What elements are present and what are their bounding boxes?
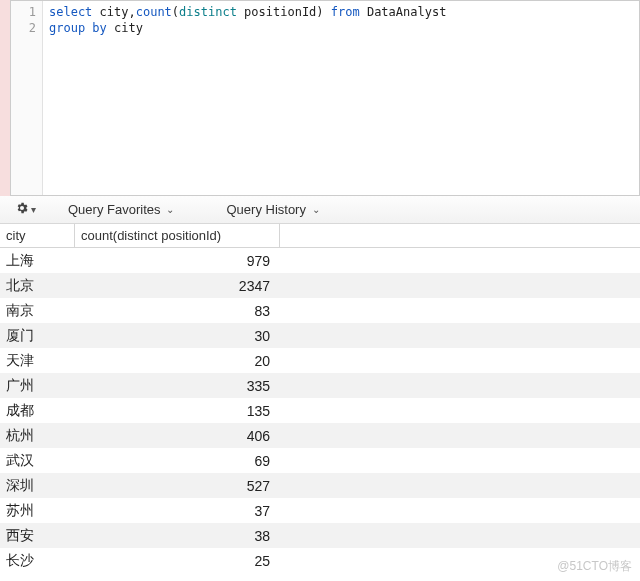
sql-editor[interactable]: 1 2 select city,count(distinct positionI… [10,0,640,196]
cell-count: 406 [75,428,280,444]
chevron-down-icon: ⌄ [312,204,320,215]
line-number-gutter: 1 2 [11,1,43,195]
code-token: city [114,21,143,35]
cell-count: 335 [75,378,280,394]
cell-city: 苏州 [0,502,75,520]
cell-count: 83 [75,303,280,319]
code-token: count [136,5,172,19]
table-row[interactable]: 厦门30 [0,323,640,348]
cell-city: 天津 [0,352,75,370]
query-favorites-label: Query Favorites [68,202,160,217]
cell-city: 厦门 [0,327,75,345]
cell-city: 北京 [0,277,75,295]
code-token: distinct [179,5,244,19]
cell-city: 广州 [0,377,75,395]
results-grid[interactable]: 上海979北京2347南京83厦门30天津20广州335成都135杭州406武汉… [0,248,640,573]
table-row[interactable]: 深圳527 [0,473,640,498]
code-area[interactable]: select city,count(distinct positionId) f… [43,1,639,195]
table-row[interactable]: 武汉69 [0,448,640,473]
cell-count: 20 [75,353,280,369]
cell-count: 527 [75,478,280,494]
table-row[interactable]: 成都135 [0,398,640,423]
table-row[interactable]: 长沙25 [0,548,640,573]
cell-count: 37 [75,503,280,519]
query-favorites-button[interactable]: Query Favorites ⌄ [68,202,174,217]
query-history-button[interactable]: Query History ⌄ [226,202,319,217]
cell-count: 69 [75,453,280,469]
cell-count: 135 [75,403,280,419]
cell-count: 30 [75,328,280,344]
table-row[interactable]: 西安38 [0,523,640,548]
cell-city: 南京 [0,302,75,320]
code-token: city, [100,5,136,19]
code-token: group by [49,21,114,35]
query-history-label: Query History [226,202,305,217]
cell-city: 西安 [0,527,75,545]
cell-count: 25 [75,553,280,569]
table-row[interactable]: 杭州406 [0,423,640,448]
chevron-down-icon: ▾ [31,204,36,215]
column-header-count[interactable]: count(distinct positionId) [75,224,280,247]
table-row[interactable]: 苏州37 [0,498,640,523]
cell-city: 深圳 [0,477,75,495]
gear-icon [15,201,29,218]
line-number: 2 [11,20,42,36]
chevron-down-icon: ⌄ [166,204,174,215]
code-token: select [49,5,100,19]
code-token: DataAnalyst [367,5,446,19]
code-token: ( [172,5,179,19]
results-toolbar: ▾ Query Favorites ⌄ Query History ⌄ [0,196,640,224]
table-row[interactable]: 北京2347 [0,273,640,298]
results-header: city count(distinct positionId) [0,224,640,248]
table-row[interactable]: 南京83 [0,298,640,323]
table-row[interactable]: 上海979 [0,248,640,273]
cell-count: 979 [75,253,280,269]
editor-left-margin [0,0,10,196]
table-row[interactable]: 广州335 [0,373,640,398]
code-token: from [331,5,367,19]
settings-button[interactable]: ▾ [6,201,44,218]
line-number: 1 [11,4,42,20]
column-header-city[interactable]: city [0,224,75,247]
cell-city: 成都 [0,402,75,420]
table-row[interactable]: 天津20 [0,348,640,373]
cell-city: 武汉 [0,452,75,470]
cell-count: 2347 [75,278,280,294]
code-token: positionId) [244,5,331,19]
cell-count: 38 [75,528,280,544]
cell-city: 杭州 [0,427,75,445]
cell-city: 长沙 [0,552,75,570]
cell-city: 上海 [0,252,75,270]
